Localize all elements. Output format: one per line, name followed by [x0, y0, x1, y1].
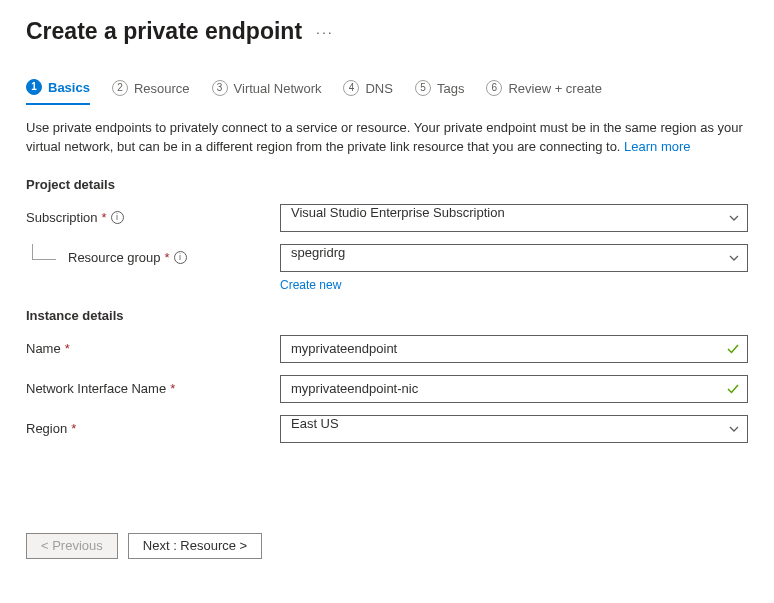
description: Use private endpoints to privately conne… — [26, 119, 746, 157]
resource-group-label: Resource group — [68, 250, 161, 265]
required-icon: * — [170, 381, 175, 396]
name-input[interactable] — [280, 335, 748, 363]
create-new-link[interactable]: Create new — [280, 278, 341, 292]
page-title: Create a private endpoint — [26, 18, 302, 45]
nic-input[interactable] — [280, 375, 748, 403]
tab-basics[interactable]: 1 Basics — [26, 79, 90, 105]
tab-label: Resource — [134, 81, 190, 96]
tab-dns[interactable]: 4 DNS — [343, 79, 392, 105]
subscription-select[interactable]: Visual Studio Enterprise Subscription — [280, 204, 748, 232]
required-icon: * — [102, 210, 107, 225]
tab-label: Basics — [48, 80, 90, 95]
tab-tags[interactable]: 5 Tags — [415, 79, 464, 105]
region-select[interactable]: East US — [280, 415, 748, 443]
tab-label: Tags — [437, 81, 464, 96]
next-button[interactable]: Next : Resource > — [128, 533, 262, 559]
tab-num: 6 — [486, 80, 502, 96]
tab-label: Virtual Network — [234, 81, 322, 96]
nic-label: Network Interface Name — [26, 381, 166, 396]
tab-num: 1 — [26, 79, 42, 95]
tab-review-create[interactable]: 6 Review + create — [486, 79, 602, 105]
subscription-label: Subscription — [26, 210, 98, 225]
indent-line — [32, 244, 56, 260]
tab-resource[interactable]: 2 Resource — [112, 79, 190, 105]
project-details-heading: Project details — [26, 177, 748, 192]
info-icon[interactable]: i — [111, 211, 124, 224]
learn-more-link[interactable]: Learn more — [624, 139, 690, 154]
required-icon: * — [71, 421, 76, 436]
name-label: Name — [26, 341, 61, 356]
previous-button: < Previous — [26, 533, 118, 559]
resource-group-select[interactable]: spegridrg — [280, 244, 748, 272]
tabs: 1 Basics 2 Resource 3 Virtual Network 4 … — [26, 79, 748, 105]
instance-details-heading: Instance details — [26, 308, 748, 323]
tab-num: 3 — [212, 80, 228, 96]
tab-num: 5 — [415, 80, 431, 96]
tab-virtual-network[interactable]: 3 Virtual Network — [212, 79, 322, 105]
required-icon: * — [165, 250, 170, 265]
required-icon: * — [65, 341, 70, 356]
info-icon[interactable]: i — [174, 251, 187, 264]
tab-label: Review + create — [508, 81, 602, 96]
tab-num: 2 — [112, 80, 128, 96]
tab-label: DNS — [365, 81, 392, 96]
region-label: Region — [26, 421, 67, 436]
tab-num: 4 — [343, 80, 359, 96]
more-icon[interactable]: ··· — [316, 24, 334, 40]
